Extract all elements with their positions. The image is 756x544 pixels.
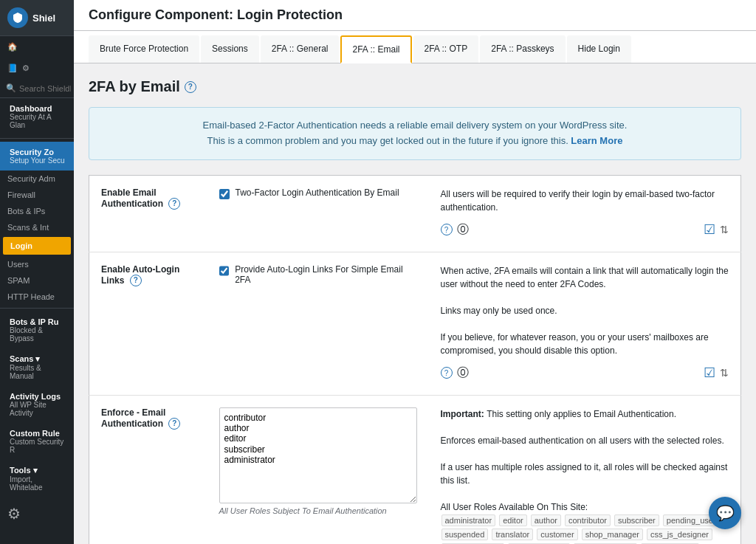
setting-label-email-auth: Enable Email Authentication ? [89,175,207,252]
roles-hint: All User Roles Subject To Email Authenti… [219,506,417,515]
help-icon-email-auth[interactable]: ? [168,198,180,210]
tab-2fa-otp[interactable]: 2FA :: OTP [413,35,479,63]
content-area: 2FA by Email ? Email-based 2-Factor Auth… [74,63,756,544]
important-label: Important: [441,409,487,419]
role-tag: administrator [441,514,496,526]
role-tag: customer [537,528,577,540]
sidebar-logo: Shiel [0,0,74,36]
section-title-text: 2FA by Email [89,78,180,95]
role-tag: editor [499,514,527,526]
tab-2fa-passkeys[interactable]: 2FA :: Passkeys [480,35,565,63]
tab-2fa-general[interactable]: 2FA :: General [261,35,340,63]
roles-select[interactable]: contributor author editor subscriber adm… [219,407,417,503]
help-icon-enforce[interactable]: ? [168,418,180,430]
setting-desc-email-auth: All users will be required to verify the… [429,175,741,252]
sidebar-item-custom-rules[interactable]: Custom Rule Custom Security R [0,423,74,460]
sidebar-item-scans-int[interactable]: Scans & Int [0,219,74,235]
table-row: Enable Auto-Login Links ? Provide Auto-L… [89,252,741,395]
sort-icon-1: ⇅ [720,365,729,381]
checkmark-icon-0: ☑ [704,220,715,240]
checkbox-email-auth[interactable] [219,189,230,199]
help-icon-autologin[interactable]: ? [130,275,142,286]
sidebar-top-icons: 🏠 📘 ⚙ 🔍 [0,36,74,98]
main-content: Configure Component: Login Protection Br… [74,0,756,544]
home-icon: 🏠 [7,42,18,52]
role-option-administrator[interactable]: administrator [224,455,412,465]
sidebar-item-http-header[interactable]: HTTP Heade [0,289,74,305]
page-title: Configure Component: Login Protection [89,7,741,23]
search-icon: 🔍 [6,83,16,93]
setting-label-enforce: Enforce - Email Authentication ? [89,395,207,544]
sidebar-item-bots-ips[interactable]: Bots & IPs [0,203,74,219]
checkmark-icon-1: ☑ [704,363,715,383]
section-title: 2FA by Email ? [89,78,741,95]
role-tag: translator [492,528,533,540]
alert-banner: Email-based 2-Factor Authentication need… [89,107,741,160]
sidebar-logo-text: Shiel [32,13,55,24]
role-tag: css_js_designer [647,528,712,540]
alert-text-line1: Email-based 2-Factor Authentication need… [203,120,628,131]
sidebar-item-security-adm[interactable]: Security Adm [0,171,74,187]
settings-table: Enable Email Authentication ? Two-Factor… [89,175,741,544]
setting-control-email-auth: Two-Factor Login Authentication By Email [207,175,429,252]
tabs-bar: Brute Force Protection Sessions 2FA :: G… [74,31,756,63]
wp-icon-0: ⓪ [457,221,469,238]
role-option-editor[interactable]: editor [224,433,412,444]
alert-text-line2: This is a common problem and you may get… [207,135,571,146]
role-tag: author [531,514,561,526]
sidebar-item-spam[interactable]: SPAM [0,272,74,289]
sidebar-item-login[interactable]: Login [3,237,71,255]
checkbox-label-autologin: Provide Auto-Login Links For Simple Emai… [235,264,416,285]
table-row: Enforce - Email Authentication ? contrib… [89,395,741,544]
role-option-contributor[interactable]: contributor [224,413,412,423]
page-header: Configure Component: Login Protection [74,0,756,31]
facebook-icon: 📘 [7,63,18,73]
sidebar-item-dashboard[interactable]: Dashboard Security At A Glan [0,98,74,135]
role-option-author[interactable]: author [224,423,412,433]
sidebar: Shiel 🏠 📘 ⚙ 🔍 Dashboard Security At A Gl… [0,0,74,544]
setting-desc-enforce: Important: This setting only applies to … [429,395,741,544]
setting-label-autologin: Enable Auto-Login Links ? [89,252,207,395]
shield-icon [7,7,28,28]
sidebar-bottom-icon[interactable]: ⚙ [0,497,74,530]
sidebar-search-container: 🔍 [0,79,74,98]
tab-brute-force[interactable]: Brute Force Protection [89,35,199,63]
role-tag: suspended [441,528,489,540]
role-tag: subscriber [614,514,659,526]
setting-control-autologin: Provide Auto-Login Links For Simple Emai… [207,252,429,395]
sidebar-social-icon-row[interactable]: 📘 ⚙ [0,58,74,79]
sidebar-home-icon-row[interactable]: 🏠 [0,36,74,58]
tab-hide-login[interactable]: Hide Login [567,35,631,63]
search-input[interactable] [19,84,71,93]
sort-icon-0: ⇅ [720,222,729,238]
wp-icon-1: ⓪ [457,364,469,382]
sidebar-item-users[interactable]: Users [0,256,74,272]
table-row: Enable Email Authentication ? Two-Factor… [89,175,741,252]
sidebar-item-bots-ip-rules[interactable]: Bots & IP Ru Blocked & Bypass [0,311,74,348]
role-option-subscriber[interactable]: subscriber [224,444,412,455]
alert-learn-more-link[interactable]: Learn More [571,135,622,146]
sidebar-nav: Dashboard Security At A Glan Security Zo… [0,98,74,530]
checkbox-label-email-auth: Two-Factor Login Authentication By Email [236,187,399,198]
role-tag: contributor [565,514,611,526]
checkbox-autologin[interactable] [219,266,230,276]
setting-desc-autologin: When active, 2FA emails will contain a l… [429,252,741,395]
sidebar-item-scans[interactable]: Scans ▾ Results & Manual [0,348,74,386]
role-tag: shop_manager [582,528,643,540]
sidebar-item-activity-logs[interactable]: Activity Logs All WP Site Activity [0,386,74,423]
setting-control-enforce: contributor author editor subscriber adm… [207,395,429,544]
fab-button[interactable]: 💬 [709,497,741,529]
sidebar-item-tools[interactable]: Tools ▾ Import, Whitelabe [0,460,74,497]
help-icon-desc-0[interactable]: ? [441,224,453,235]
tab-2fa-email[interactable]: 2FA :: Email [340,35,411,63]
tab-sessions[interactable]: Sessions [201,35,259,63]
sidebar-item-firewall[interactable]: Firewall [0,187,74,203]
role-tags-container: administrator editor author contributor … [441,514,729,544]
help-icon-desc-1[interactable]: ? [441,367,453,379]
help-icon[interactable]: ? [185,81,196,93]
fab-icon: 💬 [716,504,735,522]
sidebar-item-security-zone[interactable]: Security Zo Setup Your Secu [0,142,74,171]
settings-icon: ⚙ [22,63,30,73]
